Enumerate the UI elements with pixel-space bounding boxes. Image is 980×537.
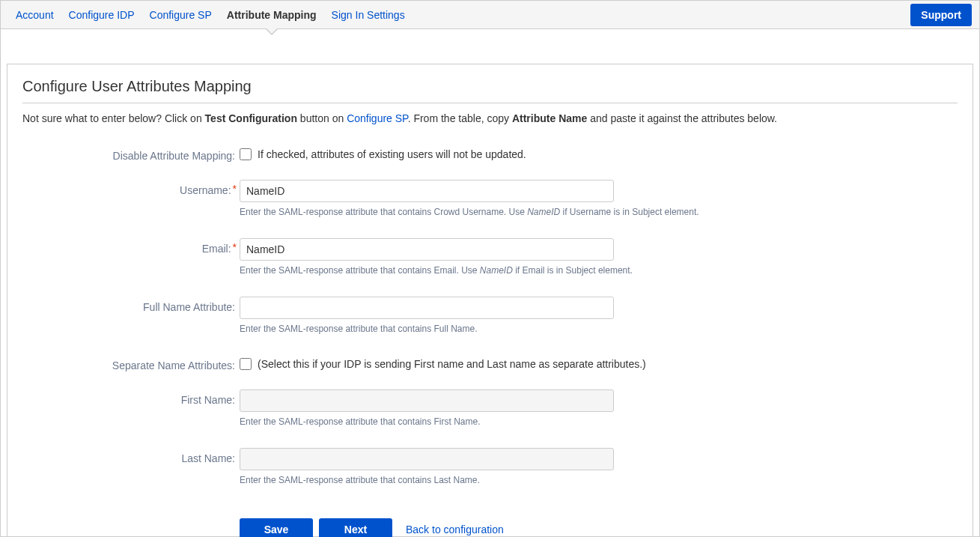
hint-part1: Not sure what to enter below? Click on	[22, 112, 205, 124]
tab-account[interactable]: Account	[8, 1, 61, 29]
label-separate-names: Separate Name Attributes:	[22, 355, 240, 371]
label-email: Email:*	[22, 238, 240, 255]
content-wrap: Configure User Attributes Mapping Not su…	[1, 29, 979, 537]
help-last-name: Enter the SAML-response attribute that c…	[240, 475, 958, 485]
back-link[interactable]: Back to configuration	[406, 524, 504, 536]
hint-strong1: Test Configuration	[205, 112, 297, 124]
help-full-name: Enter the SAML-response attribute that c…	[240, 324, 958, 334]
hint-part4: and paste it against the attributes belo…	[587, 112, 777, 124]
support-button[interactable]: Support	[910, 4, 972, 26]
last-name-input	[240, 448, 614, 470]
label-disable-mapping: Disable Attribute Mapping:	[22, 145, 240, 162]
disable-mapping-text: If checked, attributes of existing users…	[258, 148, 526, 160]
next-button[interactable]: Next	[319, 518, 392, 537]
panel: Configure User Attributes Mapping Not su…	[7, 64, 973, 537]
page-title: Configure User Attributes Mapping	[22, 78, 958, 103]
tab-bar: Account Configure IDP Configure SP Attri…	[1, 1, 979, 29]
tab-attribute-mapping[interactable]: Attribute Mapping	[219, 1, 324, 29]
hint-strong2: Attribute Name	[512, 112, 587, 124]
hint-link-configure-sp[interactable]: Configure SP	[347, 112, 407, 124]
disable-mapping-checkbox[interactable]	[240, 148, 252, 160]
button-row: Save Next Back to configuration	[240, 518, 958, 537]
separate-names-checkbox[interactable]	[240, 358, 252, 370]
tab-configure-sp[interactable]: Configure SP	[142, 1, 219, 29]
hint-part3: . From the table, copy	[408, 112, 512, 124]
label-last-name: Last Name:	[22, 448, 240, 464]
label-username: Username:*	[22, 180, 240, 196]
help-first-name: Enter the SAML-response attribute that c…	[240, 416, 958, 427]
tab-sign-in-settings[interactable]: Sign In Settings	[324, 1, 413, 29]
email-input[interactable]	[240, 238, 614, 261]
tab-configure-idp[interactable]: Configure IDP	[61, 1, 142, 29]
label-full-name: Full Name Attribute:	[22, 297, 240, 313]
help-email: Enter the SAML-response attribute that c…	[240, 265, 958, 276]
save-button[interactable]: Save	[240, 518, 313, 537]
help-username: Enter the SAML-response attribute that c…	[240, 207, 958, 217]
page-container: Account Configure IDP Configure SP Attri…	[0, 0, 980, 537]
hint-part2: button on	[297, 112, 347, 124]
separate-names-text: (Select this if your IDP is sending Firs…	[258, 358, 646, 370]
first-name-input	[240, 389, 614, 412]
hint-text: Not sure what to enter below? Click on T…	[22, 112, 958, 124]
username-input[interactable]	[240, 180, 614, 202]
label-first-name: First Name:	[22, 389, 240, 406]
full-name-input[interactable]	[240, 297, 614, 319]
